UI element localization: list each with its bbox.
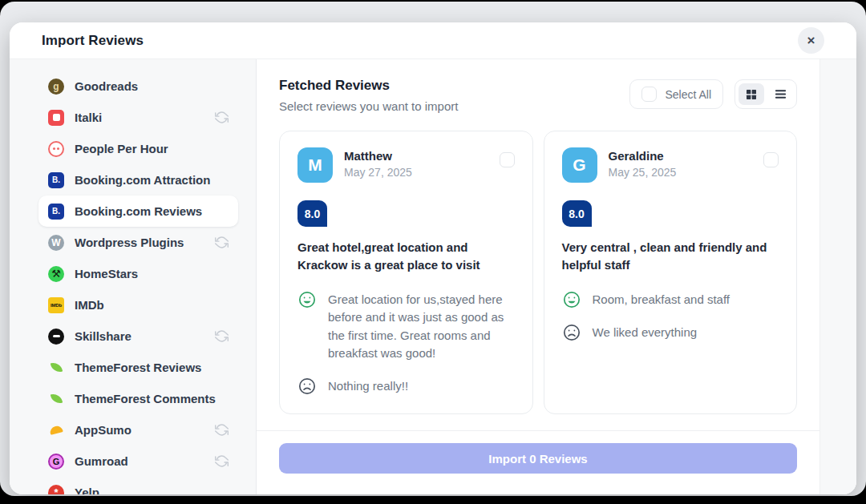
import-reviews-button[interactable]: Import 0 Reviews — [279, 443, 797, 474]
review-cards-grid: M Matthew May 27, 2025 8.0 Great hotel,g… — [279, 131, 797, 414]
sidebar-item-themeforest-reviews[interactable]: ThemeForest Reviews — [38, 352, 238, 383]
sidebar-item-yelp[interactable]: * Yelp — [38, 477, 238, 494]
wordpress-icon: W — [48, 235, 64, 251]
people-per-hour-icon — [48, 141, 64, 157]
sync-icon[interactable] — [215, 236, 229, 249]
sidebar-item-booking-reviews[interactable]: B. Booking.com Reviews — [38, 196, 238, 227]
sidebar-item-label: Booking.com Attraction — [75, 173, 229, 187]
pros-text: Great location for us,stayed here before… — [328, 290, 515, 363]
fetched-reviews-panel: Fetched Reviews Select reviews you want … — [257, 59, 819, 494]
sidebar-item-people-per-hour[interactable]: People Per Hour — [38, 133, 238, 164]
pros-row: Room, breakfast and staff — [562, 290, 779, 309]
sidebar-item-label: HomeStars — [75, 267, 229, 280]
pros-cons-list: Room, breakfast and staff We liked every… — [562, 290, 779, 342]
appsumo-icon — [48, 422, 64, 438]
sad-face-icon — [562, 323, 581, 342]
reviewer-info: Geraldine May 25, 2025 — [609, 147, 753, 179]
goodreads-icon: g — [48, 79, 64, 95]
modal-footer: Import 0 Reviews — [257, 430, 819, 494]
list-icon — [774, 87, 787, 101]
themeforest-icon — [48, 360, 64, 376]
booking-icon: B. — [48, 204, 64, 220]
review-card[interactable]: M Matthew May 27, 2025 8.0 Great hotel,g… — [279, 131, 533, 414]
import-reviews-modal: Import Reviews × g Goodreads Italki Peop… — [10, 22, 856, 494]
panel-title: Fetched Reviews — [279, 78, 458, 94]
sidebar-item-homestars[interactable]: ⚒ HomeStars — [38, 258, 238, 289]
pros-text: Room, breakfast and staff — [593, 290, 730, 309]
panel-subtitle: Select reviews you want to import — [279, 99, 458, 113]
view-toggle — [734, 79, 797, 109]
sources-sidebar: g Goodreads Italki People Per Hour B. Bo… — [10, 59, 257, 494]
header-controls: Select All — [629, 79, 797, 109]
review-card-header: G Geraldine May 25, 2025 — [562, 147, 779, 183]
reviewer-name: Geraldine — [609, 149, 753, 163]
sidebar-item-booking-attraction[interactable]: B. Booking.com Attraction — [38, 164, 238, 196]
page-backdrop: Import Reviews × g Goodreads Italki Peop… — [0, 2, 866, 496]
rating-badge: 8.0 — [562, 200, 592, 227]
sidebar-item-label: Wordpress Plugins — [75, 236, 204, 249]
rating-badge: 8.0 — [297, 200, 327, 227]
imdb-icon: IMDb — [48, 297, 64, 313]
sidebar-item-label: People Per Hour — [75, 142, 229, 155]
scrollbar-gutter[interactable] — [819, 59, 856, 494]
happy-face-icon — [297, 290, 317, 309]
select-all-checkbox[interactable] — [641, 87, 657, 102]
reviewer-info: Matthew May 27, 2025 — [344, 147, 488, 179]
grid-view-button[interactable] — [739, 83, 764, 105]
italki-icon — [48, 110, 64, 126]
sidebar-item-label: Skillshare — [75, 329, 204, 343]
sync-icon[interactable] — [215, 329, 229, 343]
gumroad-icon: G — [48, 454, 64, 470]
sad-face-icon — [297, 377, 317, 396]
sidebar-item-label: Yelp — [75, 486, 229, 494]
homestars-icon: ⚒ — [48, 266, 64, 282]
reviewer-name: Matthew — [344, 149, 488, 163]
grid-icon — [745, 88, 758, 101]
avatar: G — [562, 147, 597, 183]
cons-text: Nothing really!! — [328, 377, 408, 396]
sidebar-item-appsumo[interactable]: AppSumo — [38, 414, 238, 446]
sync-icon[interactable] — [215, 454, 229, 468]
close-icon: × — [807, 33, 815, 49]
sidebar-item-label: IMDb — [75, 298, 229, 312]
sidebar-item-label: AppSumo — [75, 423, 204, 437]
review-card[interactable]: G Geraldine May 25, 2025 8.0 Very centra… — [544, 131, 798, 414]
review-title: Very central , clean and friendly and he… — [562, 239, 779, 274]
select-all-button[interactable]: Select All — [629, 79, 723, 109]
review-date: May 27, 2025 — [344, 166, 488, 179]
modal-body: g Goodreads Italki People Per Hour B. Bo… — [10, 59, 856, 494]
sidebar-item-label: Booking.com Reviews — [75, 204, 229, 218]
sidebar-item-goodreads[interactable]: g Goodreads — [38, 71, 238, 102]
sidebar-item-label: ThemeForest Comments — [75, 392, 229, 405]
sidebar-item-skillshare[interactable]: Skillshare — [38, 321, 238, 352]
sync-icon[interactable] — [215, 111, 229, 124]
sidebar-item-label: Goodreads — [75, 79, 229, 93]
review-checkbox[interactable] — [500, 152, 515, 167]
happy-face-icon — [562, 290, 581, 309]
cons-text: We liked everything — [593, 323, 698, 342]
pros-row: Great location for us,stayed here before… — [297, 290, 515, 363]
sidebar-item-label: Gumroad — [75, 454, 204, 468]
themeforest-icon — [48, 391, 64, 407]
sidebar-item-imdb[interactable]: IMDb IMDb — [38, 289, 238, 321]
review-title: Great hotel,great location and Krackow i… — [297, 239, 515, 274]
cons-row: Nothing really!! — [297, 377, 515, 396]
skillshare-icon — [48, 329, 64, 345]
modal-title: Import Reviews — [42, 33, 144, 49]
reviews-header: Fetched Reviews Select reviews you want … — [279, 78, 797, 113]
cons-row: We liked everything — [562, 323, 779, 342]
pros-cons-list: Great location for us,stayed here before… — [297, 290, 515, 396]
sidebar-item-wordpress-plugins[interactable]: W Wordpress Plugins — [38, 227, 238, 258]
sidebar-item-italki[interactable]: Italki — [38, 102, 238, 133]
sidebar-item-themeforest-comments[interactable]: ThemeForest Comments — [38, 383, 238, 414]
reviews-header-text: Fetched Reviews Select reviews you want … — [279, 78, 458, 113]
sync-icon[interactable] — [215, 423, 229, 437]
sidebar-item-label: Italki — [75, 111, 204, 124]
review-card-header: M Matthew May 27, 2025 — [297, 147, 515, 183]
list-view-button[interactable] — [767, 83, 793, 105]
review-checkbox[interactable] — [763, 152, 779, 167]
sidebar-item-label: ThemeForest Reviews — [75, 361, 229, 374]
close-button[interactable]: × — [798, 27, 824, 54]
sidebar-item-gumroad[interactable]: G Gumroad — [38, 446, 238, 477]
select-all-label: Select All — [665, 88, 711, 101]
